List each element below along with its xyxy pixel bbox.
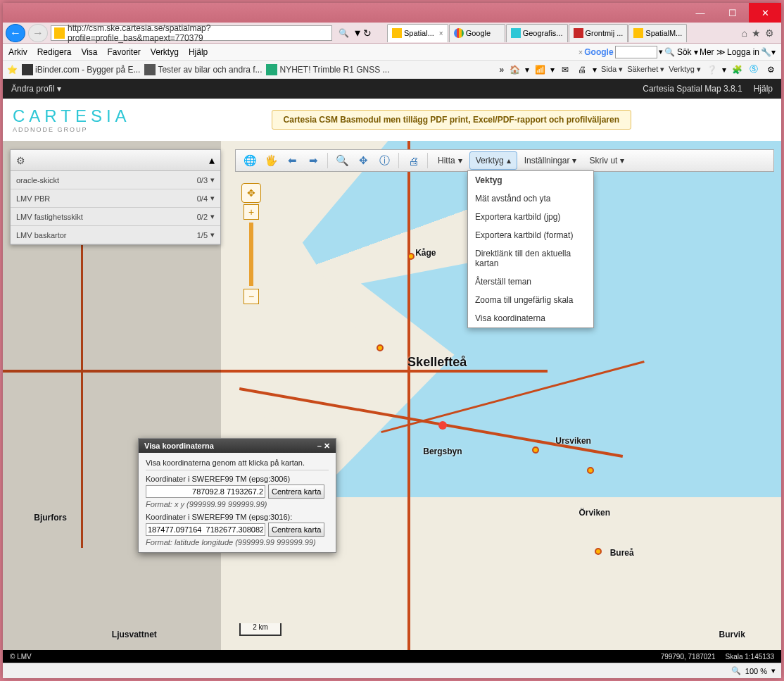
- bookmark-tester[interactable]: Tester av bilar och andra f...: [144, 64, 262, 75]
- zoom-icon[interactable]: 🔍: [731, 666, 741, 675]
- dd-item-koord[interactable]: Visa koordinaterna: [468, 309, 593, 327]
- print-icon[interactable]: 🖨: [403, 151, 423, 170]
- url-field[interactable]: http://csm.ske.cartesia.se/spatialmap?pr…: [51, 25, 332, 41]
- chevron-right-icon[interactable]: »: [499, 65, 504, 75]
- google-login-button[interactable]: Logga in: [727, 47, 759, 57]
- sakerhet-menu[interactable]: Säkerhet ▾: [627, 65, 664, 74]
- bookmark-ibinder[interactable]: iBinder.com - Bygger på E...: [22, 64, 140, 75]
- zoom-out-button[interactable]: −: [244, 289, 259, 304]
- gear-icon[interactable]: ⚙: [764, 63, 777, 76]
- prev-icon[interactable]: ⬅: [282, 151, 302, 170]
- wrench-icon[interactable]: 🔧▾: [761, 47, 776, 57]
- centrera-button-1[interactable]: Centrera karta: [268, 485, 324, 499]
- coord-label-1: Koordinater i SWEREF99 TM (epsg:3006): [146, 475, 329, 483]
- search-icon[interactable]: 🔍: [335, 25, 352, 41]
- chevron-down-icon[interactable]: ▾: [210, 194, 215, 203]
- info-icon[interactable]: ⓘ: [374, 151, 394, 170]
- dd-item-zoom[interactable]: Zooma till ungefärlig skala: [468, 291, 593, 309]
- coord-input-2[interactable]: [146, 523, 265, 536]
- zoom-in-icon[interactable]: 🔍: [332, 151, 352, 170]
- menu-visa[interactable]: Visa: [81, 47, 97, 57]
- forward-button[interactable]: →: [28, 24, 48, 42]
- help-icon[interactable]: ❔: [705, 63, 718, 76]
- add-bookmark-icon[interactable]: ⭐: [7, 65, 18, 75]
- tab-icon: [511, 28, 521, 38]
- dd-item-export-format[interactable]: Exportera kartbild (format): [468, 226, 593, 244]
- layer-item[interactable]: oracle-skickt0/3▾: [11, 171, 220, 189]
- mail-icon[interactable]: ✉: [559, 63, 571, 76]
- gear-icon[interactable]: ⚙: [16, 155, 25, 166]
- dd-item-direktlank[interactable]: Direktlänk till den aktuella kartan: [468, 244, 593, 273]
- minimize-icon[interactable]: –: [317, 442, 322, 450]
- hitta-menu[interactable]: Hitta ▾: [432, 151, 468, 170]
- zoom-slider[interactable]: [249, 223, 253, 286]
- tab-grontmij[interactable]: Grontmij ...: [569, 24, 628, 42]
- favicon-icon: [54, 27, 65, 39]
- chevron-down-icon[interactable]: ▾: [210, 175, 215, 185]
- tab-geografis[interactable]: Geografis...: [506, 24, 568, 42]
- next-icon[interactable]: ➡: [303, 151, 323, 170]
- help-link[interactable]: Hjälp: [754, 84, 773, 94]
- centrera-button-2[interactable]: Centrera karta: [268, 523, 324, 537]
- print-icon[interactable]: 🖨: [576, 63, 588, 76]
- dd-item-aterstall[interactable]: Återställ teman: [468, 273, 593, 291]
- tab-close-icon[interactable]: ×: [439, 30, 443, 37]
- installningar-menu[interactable]: Inställningar ▾: [519, 151, 583, 170]
- coord-input-1[interactable]: [146, 485, 265, 498]
- close-button[interactable]: ✕: [749, 3, 781, 23]
- menu-favoriter[interactable]: Favoriter: [108, 47, 141, 57]
- bookmark-trimble[interactable]: NYHET! Trimble R1 GNSS ...: [266, 64, 389, 75]
- addon-icon[interactable]: 🧩: [731, 63, 743, 76]
- city-label: Örviken: [578, 508, 610, 518]
- close-toolbar-icon[interactable]: ×: [578, 48, 583, 56]
- hand-icon[interactable]: 🖐: [261, 151, 281, 170]
- coord-format-2: Format: latitude longitude (999999.99 99…: [146, 538, 329, 546]
- layer-item[interactable]: LMV baskartor1/5▾: [11, 226, 220, 244]
- collapse-icon[interactable]: ▴: [209, 154, 215, 167]
- google-sok-button[interactable]: 🔍 Sök ▾: [664, 47, 698, 57]
- dropdown-header: Vektyg: [468, 171, 593, 189]
- map-toolbar: 🌐 🖐 ⬅ ➡ 🔍 ✥ ⓘ 🖨 Hitta ▾ Verktyg ▴ Instäl…: [235, 149, 774, 172]
- google-mer-button[interactable]: Mer ≫: [700, 47, 726, 57]
- pan-control[interactable]: ✥: [241, 183, 261, 203]
- skype-icon[interactable]: Ⓢ: [747, 63, 760, 76]
- layer-item[interactable]: LMV PBR0/4▾: [11, 189, 220, 208]
- refresh-button[interactable]: ↻: [363, 27, 380, 39]
- zoom-in-button[interactable]: +: [244, 204, 259, 220]
- city-label: Ursviken: [555, 436, 591, 446]
- url-text: http://csm.ske.cartesia.se/spatialmap?pr…: [68, 23, 329, 43]
- rss-icon[interactable]: 📶: [533, 63, 546, 76]
- dd-item-mat[interactable]: Mät avstånd och yta: [468, 189, 593, 208]
- back-button[interactable]: ←: [6, 24, 25, 42]
- menu-hjalp[interactable]: Hjälp: [189, 47, 208, 57]
- google-logo: Google: [584, 47, 613, 57]
- maximize-button[interactable]: ☐: [716, 3, 749, 23]
- menu-arkiv[interactable]: Arkiv: [8, 47, 27, 57]
- verktyg-menu[interactable]: Verktyg ▴: [469, 151, 517, 170]
- home-icon[interactable]: 🏠: [508, 63, 521, 76]
- chevron-down-icon[interactable]: ▾: [210, 230, 215, 239]
- gear-icon[interactable]: ⚙: [765, 27, 774, 39]
- globe-icon[interactable]: 🌐: [240, 151, 260, 170]
- sida-menu[interactable]: Sida ▾: [601, 65, 623, 74]
- menu-redigera[interactable]: Redigera: [37, 47, 72, 57]
- menu-verktyg[interactable]: Verktyg: [151, 47, 179, 57]
- home-icon[interactable]: ⌂: [742, 27, 747, 39]
- verktyg-menu[interactable]: Verktyg ▾: [669, 65, 701, 74]
- google-search-input[interactable]: [615, 46, 657, 58]
- dd-item-export-jpg[interactable]: Exportera kartbild (jpg): [468, 208, 593, 226]
- map-area[interactable]: Skellefteå Kåge Bergsbyn Ursviken Örvike…: [3, 141, 781, 650]
- skrivut-menu[interactable]: Skriv ut ▾: [583, 151, 630, 170]
- pan-icon[interactable]: ✥: [353, 151, 373, 170]
- star-icon[interactable]: ★: [752, 27, 761, 39]
- tab-google[interactable]: Google: [449, 24, 505, 42]
- tab-spatialm[interactable]: SpatialM...: [628, 24, 687, 42]
- close-icon[interactable]: ✕: [324, 442, 330, 450]
- layer-item[interactable]: LMV fastighetsskikt0/2▾: [11, 208, 220, 226]
- city-label: Kåge: [415, 248, 436, 258]
- chevron-down-icon[interactable]: ▾: [771, 666, 776, 675]
- andra-profil-menu[interactable]: Ändra profil ▾: [11, 84, 61, 94]
- minimize-button[interactable]: —: [684, 3, 716, 23]
- chevron-down-icon[interactable]: ▾: [210, 212, 215, 221]
- tab-spatial[interactable]: Spatial...×: [387, 24, 448, 42]
